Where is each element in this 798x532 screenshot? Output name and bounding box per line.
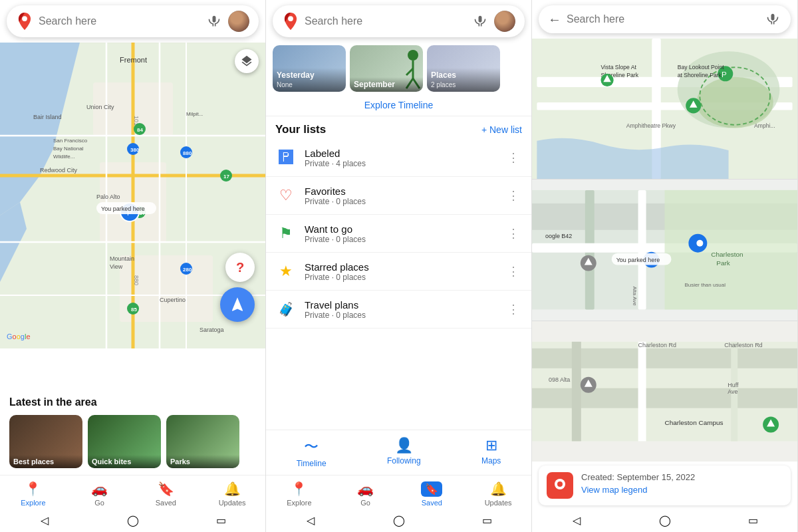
map-view-panel1[interactable]: 101 880 Fremont Union City San Francisco… [0,43,265,388]
latest-card-0[interactable]: Best places [9,415,82,468]
nav-updates-panel1[interactable]: 🔔 Updates [212,481,252,507]
home-sys-btn-panel3[interactable]: ◯ [658,513,672,527]
question-fab[interactable]: ? [225,253,255,282]
updates-icon-panel1: 🔔 [224,481,241,497]
list-meta-starred: Private · 0 places [305,273,497,282]
list-item-want-to-go[interactable]: ⚑ Want to go Private · 0 places ⋮ [266,215,531,253]
list-more-starred[interactable]: ⋮ [505,261,522,281]
recents-sys-btn-panel3[interactable]: ▭ [747,513,760,527]
avatar-panel1[interactable] [228,11,249,32]
svg-rect-88 [532,348,797,368]
svg-text:Fremont: Fremont [120,56,147,64]
new-list-button[interactable]: + New list [481,124,522,135]
search-input-panel3[interactable] [567,13,759,25]
svg-text:Milpit...: Milpit... [186,111,203,117]
nav-go-panel2[interactable]: 🚗 Go [346,481,386,507]
list-more-favorites[interactable]: ⋮ [505,186,522,205]
latest-cards: Best places Quick bites Parks [9,415,256,471]
latest-card-2[interactable]: Parks [166,415,239,468]
list-more-labeled[interactable]: ⋮ [505,148,522,168]
view-map-legend-btn[interactable]: View map legend [581,485,783,495]
back-sys-btn-panel3[interactable]: ◁ [570,513,583,527]
timeline-card-label-1: September [350,77,423,92]
svg-text:Amphi...: Amphi... [754,122,775,129]
explore-timeline-section: Explore Timeline [266,94,531,116]
latest-section: Latest in the area Best places Quick bit… [0,388,265,475]
home-sys-btn-panel2[interactable]: ◯ [392,513,406,527]
svg-text:Charleston Rd: Charleston Rd [638,341,676,348]
maps-logo-panel2 [282,13,299,30]
list-icon-want-to-go: ⚑ [275,223,297,244]
nav-saved-panel1[interactable]: 🔖 Saved [146,481,186,507]
svg-text:Alta Ave: Alta Ave [632,287,638,307]
timeline-tab-label: Timeline [297,459,327,468]
tabs-row-panel2: 〜 Timeline 👤 Following ⊞ Maps [266,430,531,475]
list-item-labeled[interactable]: 🅿 Labeled Private · 4 places ⋮ [266,139,531,177]
panel-lists: Yesterday None September Places 2 places [266,0,532,532]
tab-timeline[interactable]: 〜 Timeline [297,437,327,468]
map-bottom-section[interactable]: Charleston Campus 098 Alta Charleston Rd… [532,321,797,462]
map-bottom-svg: Charleston Campus 098 Alta Charleston Rd… [532,321,797,462]
nav-explore-panel1[interactable]: 📍 Explore [13,481,53,507]
list-more-travel[interactable]: ⋮ [505,299,522,319]
timeline-card-0[interactable]: Yesterday None [273,45,346,92]
timeline-card-2[interactable]: Places 2 places [427,45,500,92]
list-info-favorites: Favorites Private · 0 places [305,186,497,206]
list-info-starred: Starred places Private · 0 places [305,261,497,282]
svg-text:098 Alta: 098 Alta [549,376,570,382]
search-bar-panel1[interactable] [7,5,259,37]
svg-text:Saratoga: Saratoga [200,327,224,333]
timeline-card-1[interactable]: September [350,45,423,92]
search-input-panel1[interactable] [39,15,200,27]
list-name-labeled: Labeled [305,148,497,159]
search-bar-panel2[interactable] [273,5,525,37]
svg-text:Ave: Ave [728,388,737,394]
back-sys-btn-panel2[interactable]: ◁ [304,513,317,527]
google-logo: Google [7,332,31,340]
search-input-panel2[interactable] [305,15,466,27]
layers-button[interactable] [235,49,259,73]
explore-timeline-btn[interactable]: Explore Timeline [364,100,434,110]
bottom-nav-panel1: 📍 Explore 🚗 Go 🔖 Saved 🔔 Updates [0,475,265,509]
timeline-scroll: Yesterday None September Places 2 places [266,43,531,94]
map-middle-svg: Charleston Park P You parked here oogle … [532,180,797,320]
latest-card-1[interactable]: Quick bites [88,415,161,468]
nav-go-panel1[interactable]: 🚗 Go [80,481,120,507]
timeline-tab-icon: 〜 [304,437,319,457]
list-item-favorites[interactable]: ♡ Favorites Private · 0 places ⋮ [266,177,531,215]
list-item-starred[interactable]: ★ Starred places Private · 0 places ⋮ [266,253,531,291]
recents-sys-btn-panel2[interactable]: ▭ [481,513,494,527]
tab-maps[interactable]: ⊞ Maps [481,437,501,468]
list-more-want-to-go[interactable]: ⋮ [505,223,522,243]
saved-icon-panel2: 🔖 [421,481,442,497]
maps-tab-label: Maps [481,456,501,466]
mic-icon-panel2[interactable] [471,13,489,30]
list-item-travel[interactable]: 🧳 Travel plans Private · 0 places ⋮ [266,291,531,329]
nav-saved-panel2[interactable]: 🔖 Saved [412,481,452,507]
svg-text:Wildlife...: Wildlife... [53,154,74,160]
tab-following[interactable]: 👤 Following [387,437,421,468]
mic-icon-panel3[interactable] [764,11,781,28]
svg-text:Bay National: Bay National [53,146,84,152]
nav-explore-panel2[interactable]: 📍 Explore [279,481,319,507]
back-sys-btn-panel1[interactable]: ◁ [38,513,51,527]
home-sys-btn-panel1[interactable]: ◯ [126,513,140,527]
mic-icon-panel1[interactable] [205,13,223,30]
list-icon-starred: ★ [275,261,297,282]
pin-icon [547,472,573,499]
svg-text:View: View [110,263,123,270]
map-middle-section[interactable]: Charleston Park P You parked here oogle … [532,180,797,321]
list-meta-labeled: Private · 4 places [305,159,497,168]
recents-sys-btn-panel1[interactable]: ▭ [215,513,228,527]
map-top-section[interactable]: P Bay Lookout Point at Shoreline Park Vi… [532,39,797,180]
back-button-panel3[interactable]: ← [548,12,561,27]
svg-text:280: 280 [183,267,192,273]
svg-text:You parked here: You parked here [101,205,145,212]
avatar-panel2[interactable] [494,11,515,32]
list-meta-want-to-go: Private · 0 places [305,235,497,244]
svg-rect-89 [532,388,797,408]
nav-updates-panel2[interactable]: 🔔 Updates [478,481,518,507]
saved-label-panel1: Saved [156,499,176,507]
latest-card-label-2: Parks [166,455,239,468]
navigate-fab[interactable] [220,287,255,322]
